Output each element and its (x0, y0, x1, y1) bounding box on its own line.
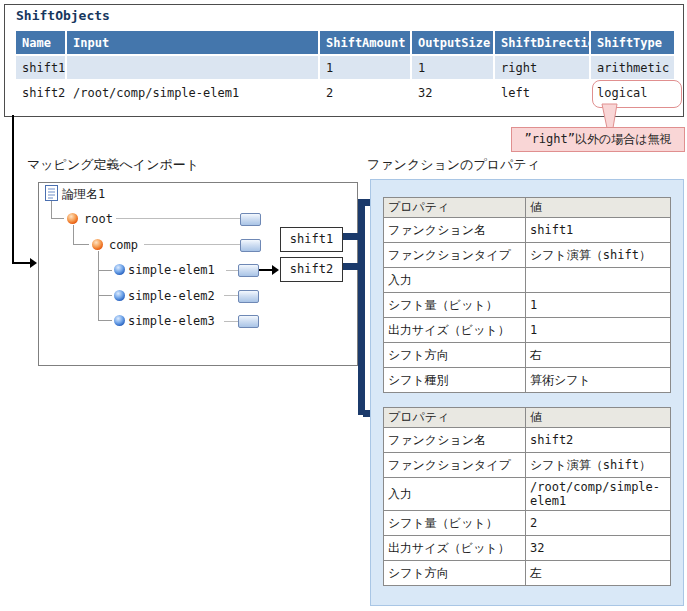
header-row: プロパティ値 (384, 198, 671, 218)
element-node-icon (92, 239, 103, 250)
table-row-cell: 出力サイズ（ビット） (384, 318, 526, 343)
table-row-cell: /root/comp/simple-elem1 (66, 80, 319, 105)
table-row-cell: 算術シフト (526, 368, 671, 393)
table-row-cell: shift2 (526, 428, 671, 453)
tree-document-label: 論理名1 (62, 186, 105, 203)
node-collapse-icon (240, 213, 261, 226)
table-row: ファンクションタイプシフト演算（shift） (384, 243, 671, 268)
shiftobjects-table: NameInputShiftAmountOutputSizeShiftDirec… (14, 29, 676, 106)
tree-line (98, 295, 112, 296)
table-row-cell: シフト種別 (384, 368, 526, 393)
properties-section-label: ファンクションのプロパティ (367, 156, 540, 174)
header-row-cell: Input (66, 30, 319, 55)
table-row-cell: 左 (526, 561, 671, 586)
table-row-cell: arithmetic (590, 55, 675, 80)
table-row-cell: shift1 (526, 218, 671, 243)
table-row-cell: シフト方向 (384, 343, 526, 368)
table-row-cell: シフト演算（shift） (526, 453, 671, 478)
header-row-cell: OutputSize (411, 30, 494, 55)
table-row-cell: ファンクション名 (384, 218, 526, 243)
table-row-cell (66, 55, 319, 80)
table-row: 入力 (384, 268, 671, 293)
table-row: シフト量（ビット）1 (384, 293, 671, 318)
table-row-cell: ファンクション名 (384, 428, 526, 453)
table-row: shift111rightarithmetic (15, 55, 675, 80)
tree-line (51, 201, 52, 219)
connector-left-vertical (12, 115, 14, 263)
table-row-cell: 2 (526, 511, 671, 536)
document-icon (45, 185, 58, 201)
table-row-cell: シフト量（ビット） (384, 511, 526, 536)
table-row-cell: 1 (526, 318, 671, 343)
table-row-cell: shift1 (15, 55, 66, 80)
node-collapse-icon (238, 264, 259, 277)
callout-note: ”right”以外の場合は無視 (511, 127, 685, 152)
table-row-cell: /root/comp/simple-elem1 (526, 478, 671, 511)
header-row-cell: ShiftDirection (494, 30, 590, 55)
leader-line (116, 218, 240, 219)
connector-left-horizontal (12, 262, 31, 264)
table-row-cell: 入力 (384, 478, 526, 511)
header-row-cell: プロパティ (384, 198, 526, 218)
table-row: シフト方向左 (384, 561, 671, 586)
leader-line (224, 321, 238, 322)
table-row: 入力/root/comp/simple-elem1 (384, 478, 671, 511)
header-row: プロパティ値 (384, 408, 671, 428)
table-row-cell (526, 268, 671, 293)
shiftobjects-title: ShiftObjects (16, 8, 110, 23)
table-row-cell: 1 (411, 55, 494, 80)
tree-line (73, 244, 89, 245)
elem1-to-shift2-arrowhead-icon (272, 265, 279, 275)
tree-node-comp: comp (109, 238, 138, 252)
header-row-cell: 値 (526, 408, 671, 428)
mapping-section-label: マッピング定義へインポート (27, 156, 199, 174)
simple-element-icon (114, 315, 125, 326)
function-box-shift1: shift1 (280, 227, 343, 252)
table-row: ファンクションタイプシフト演算（shift） (384, 453, 671, 478)
header-row-cell: プロパティ (384, 408, 526, 428)
property-table-shift1: プロパティ値ファンクション名shift1ファンクションタイプシフト演算（shif… (383, 197, 671, 393)
table-row-cell: 右 (526, 343, 671, 368)
connector-left-arrowhead-icon (30, 258, 37, 268)
tree-node-root: root (84, 212, 113, 226)
property-table-shift2: プロパティ値ファンクション名shift2ファンクションタイプシフト演算（shif… (383, 407, 671, 586)
table-row: シフト量（ビット）2 (384, 511, 671, 536)
table-row-cell: 32 (411, 80, 494, 105)
tree-line (98, 251, 99, 321)
table-row-cell: shift2 (15, 80, 66, 105)
table-row: シフト種別算術シフト (384, 368, 671, 393)
leader-line (226, 270, 238, 271)
leader-line (224, 295, 238, 296)
table-row-cell: 1 (526, 293, 671, 318)
table-row: ファンクション名shift2 (384, 428, 671, 453)
table-row-cell: シフト演算（shift） (526, 243, 671, 268)
leader-line (144, 244, 240, 245)
table-row: 出力サイズ（ビット）1 (384, 318, 671, 343)
table-row: 出力サイズ（ビット）32 (384, 536, 671, 561)
node-collapse-icon (240, 239, 261, 252)
tree-line (98, 320, 112, 321)
table-row-cell: left (494, 80, 590, 105)
table-row-cell: シフト方向 (384, 561, 526, 586)
tree-line (51, 218, 64, 219)
table-row-cell: 2 (319, 80, 411, 105)
simple-element-icon (114, 264, 125, 275)
tree-node-simple-elem3: simple-elem3 (128, 314, 215, 328)
table-row-cell: ファンクションタイプ (384, 453, 526, 478)
header-row-cell: ShiftType (590, 30, 675, 55)
table-row: ファンクション名shift1 (384, 218, 671, 243)
tree-node-simple-elem1: simple-elem1 (128, 263, 215, 277)
table-row-cell: 出力サイズ（ビット） (384, 536, 526, 561)
connector-bus-vertical (358, 199, 365, 415)
table-row-cell: シフト量（ビット） (384, 293, 526, 318)
header-row-cell: ShiftAmount (319, 30, 411, 55)
header-row-cell: 値 (526, 198, 671, 218)
tree-node-simple-elem2: simple-elem2 (128, 289, 215, 303)
table-row: shift2/root/comp/simple-elem1232leftlogi… (15, 80, 675, 105)
table-row: シフト方向右 (384, 343, 671, 368)
tree-line (73, 225, 74, 245)
node-collapse-icon (238, 315, 259, 328)
simple-element-icon (114, 290, 125, 301)
table-row-cell: ファンクションタイプ (384, 243, 526, 268)
table-row-cell: 入力 (384, 268, 526, 293)
